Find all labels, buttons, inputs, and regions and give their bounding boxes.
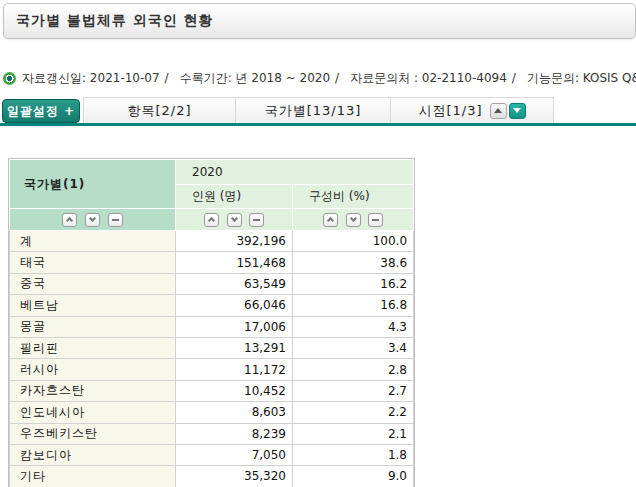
info-updated: 자료갱신일: 2021-10-07 (22, 70, 160, 87)
chevron-down-icon (230, 215, 237, 222)
country-column-header: 국가별(1) (10, 160, 176, 209)
share-cell: 2.1 (293, 423, 414, 444)
info-period: 수록기간: 년 2018 ~ 2020 (180, 70, 330, 87)
minus-icon (372, 219, 379, 221)
title-bar: 국가별 불법체류 외국인 현황 (3, 3, 636, 39)
table-row: 러시아 11,172 2.8 (10, 359, 414, 380)
table-row: 중국 63,549 16.2 (10, 273, 414, 294)
country-cell: 중국 (10, 273, 176, 294)
minus-icon (112, 219, 119, 221)
collapse-button[interactable] (249, 213, 264, 227)
country-sort-controls (10, 209, 176, 231)
country-cell: 몽골 (10, 316, 176, 337)
tab-items-label: 항목[2/2] (127, 102, 191, 120)
count-cell: 35,320 (176, 466, 293, 487)
period-down-button[interactable] (509, 103, 526, 119)
share-cell: 2.7 (293, 380, 414, 401)
table-row: 캄보디아 7,050 1.8 (10, 444, 414, 465)
count-cell: 17,006 (176, 316, 293, 337)
accent-divider (0, 123, 636, 126)
sort-down-button[interactable] (85, 213, 100, 227)
count-cell: 7,050 (176, 444, 293, 465)
table-body: 계 392,196 100.0 태국 151,468 38.6 중국 63,54… (10, 231, 414, 487)
minus-icon (253, 219, 260, 221)
table-row: 기타 35,320 9.0 (10, 466, 414, 487)
count-cell: 392,196 (176, 231, 293, 252)
chevron-up-icon (208, 217, 215, 224)
share-column-header: 구성비 (%) (293, 185, 414, 209)
share-cell: 1.8 (293, 444, 414, 465)
info-support: 기능문의: KOSIS Q&A 게시판 (527, 70, 636, 87)
tab-country[interactable]: 국가별[13/13] (236, 98, 391, 123)
sort-up-button[interactable] (204, 213, 219, 227)
share-cell: 4.3 (293, 316, 414, 337)
count-cell: 11,172 (176, 359, 293, 380)
count-cell: 66,046 (176, 295, 293, 316)
period-up-button[interactable] (490, 103, 507, 119)
chevron-down-icon (89, 215, 96, 222)
table-row: 우즈베키스탄 8,239 2.1 (10, 423, 414, 444)
count-cell: 13,291 (176, 337, 293, 358)
tab-country-label: 국가별[13/13] (265, 102, 362, 120)
share-cell: 3.4 (293, 337, 414, 358)
country-cell: 카자흐스탄 (10, 380, 176, 401)
count-cell: 10,452 (176, 380, 293, 401)
share-cell: 100.0 (293, 231, 414, 252)
year-header: 2020 (176, 160, 414, 185)
dataset-info-row: 자료갱신일: 2021-10-07 / 수록기간: 년 2018 ~ 2020 … (3, 68, 636, 88)
collapse-button[interactable] (368, 213, 383, 227)
tab-items[interactable]: 항목[2/2] (84, 98, 236, 123)
table-row: 필리핀 13,291 3.4 (10, 337, 414, 358)
sort-up-button[interactable] (62, 213, 77, 227)
country-cell: 러시아 (10, 359, 176, 380)
country-cell: 필리핀 (10, 337, 176, 358)
count-cell: 8,239 (176, 423, 293, 444)
tab-period-label: 시점[1/3] (418, 102, 482, 120)
country-cell: 우즈베키스탄 (10, 423, 176, 444)
table-row: 태국 151,468 38.6 (10, 252, 414, 273)
chevron-up-icon (66, 217, 73, 224)
count-cell: 8,603 (176, 402, 293, 423)
share-cell: 38.6 (293, 252, 414, 273)
info-separator: / (512, 71, 516, 85)
batch-settings-button[interactable]: 일괄설정 + (2, 99, 80, 123)
tab-period[interactable]: 시점[1/3] (391, 98, 553, 123)
share-cell: 2.2 (293, 402, 414, 423)
table-row: 카자흐스탄 10,452 2.7 (10, 380, 414, 401)
share-cell: 2.8 (293, 359, 414, 380)
share-sort-controls (293, 209, 414, 231)
country-cell: 태국 (10, 252, 176, 273)
country-cell: 캄보디아 (10, 444, 176, 465)
chevron-down-icon (349, 215, 356, 222)
country-cell: 인도네시아 (10, 402, 176, 423)
info-contact: 자료문의처 : 02-2110-4094 (350, 70, 507, 87)
count-cell: 63,549 (176, 273, 293, 294)
table-row: 몽골 17,006 4.3 (10, 316, 414, 337)
collapse-button[interactable] (108, 213, 123, 227)
country-cell: 베트남 (10, 295, 176, 316)
sort-down-button[interactable] (346, 213, 361, 227)
country-cell: 기타 (10, 466, 176, 487)
chevron-up-icon (327, 217, 334, 224)
arrow-down-icon (513, 108, 521, 113)
table-row: 인도네시아 8,603 2.2 (10, 402, 414, 423)
share-cell: 16.8 (293, 295, 414, 316)
country-cell: 계 (10, 231, 176, 252)
table-row: 베트남 66,046 16.8 (10, 295, 414, 316)
share-cell: 16.2 (293, 273, 414, 294)
count-sort-controls (176, 209, 293, 231)
count-cell: 151,468 (176, 252, 293, 273)
info-separator: / (165, 71, 169, 85)
page-title: 국가별 불법체류 외국인 현황 (4, 12, 214, 30)
table-row: 계 392,196 100.0 (10, 231, 414, 252)
sort-down-button[interactable] (227, 213, 242, 227)
share-cell: 9.0 (293, 466, 414, 487)
info-separator: / (335, 71, 339, 85)
count-column-header: 인원 (명) (176, 185, 293, 209)
green-target-bullet-icon (3, 72, 16, 85)
sort-up-button[interactable] (323, 213, 338, 227)
statistics-table: 국가별(1) 2020 인원 (명) 구성비 (%) (8, 158, 415, 487)
dimension-tabs: 항목[2/2] 국가별[13/13] 시점[1/3] (83, 97, 554, 123)
arrow-up-icon (494, 108, 502, 113)
